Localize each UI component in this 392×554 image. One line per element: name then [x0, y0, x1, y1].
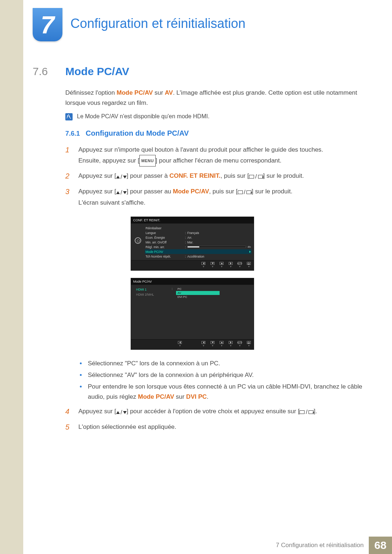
- step-1: 1 Appuyez sur n'importe quel bouton à l'…: [65, 145, 363, 167]
- up-down-key-icon: /: [116, 407, 127, 418]
- osd-menu-row: Réinitialiser: [145, 226, 252, 230]
- menu-key-icon: MENU: [139, 155, 155, 167]
- nav-auto-label: AUTO: [238, 262, 242, 265]
- note-icon: [65, 113, 73, 120]
- enter-key-icon: /: [299, 407, 314, 417]
- osd-nav-bar: ▾ ▾ ▾ ▾ AUTO▾ ▾: [131, 260, 254, 270]
- nav-right-icon: [229, 262, 233, 265]
- osd-conf-reinit: CONF. ET REINIT. RéinitialiserLangue:Fra…: [131, 217, 254, 271]
- steps-list: 1 Appuyez sur n'importe quel bouton à l'…: [65, 145, 363, 208]
- nav-left-icon: [178, 341, 182, 344]
- osd-menu-row: Mode PC/AV: [145, 249, 252, 254]
- osd-menu-row: Régl. min. arr.:4h: [145, 245, 252, 249]
- bullet-item: Sélectionnez "PC" lors de la connexion à…: [80, 358, 363, 369]
- intro-paragraph: Définissez l'option Mode PC/AV sur AV. L…: [65, 88, 363, 108]
- osd-menu-row: Langue:Français: [145, 230, 252, 235]
- chapter-title: Configuration et réinitialisation: [70, 16, 245, 31]
- step-2: 2 Appuyez sur [/] pour passer à CONF. ET…: [65, 171, 363, 182]
- osd-illustrations: CONF. ET REINIT. RéinitialiserLangue:Fra…: [131, 217, 363, 350]
- up-down-key-icon: /: [116, 188, 127, 198]
- section-heading: 7.6 Mode PC/AV: [33, 65, 363, 78]
- osd-source-item: HDMI 2/MHL: [135, 292, 170, 297]
- nav-down-icon: [211, 262, 215, 265]
- osd-menu-row: Econ. Énergie:Arr.: [145, 235, 252, 240]
- nav-up-icon: [220, 341, 224, 344]
- section-title: Mode PC/AV: [65, 65, 129, 78]
- section-number: 7.6: [33, 65, 56, 78]
- osd-source-item: HDMI 1: [135, 287, 170, 292]
- left-sidebar: [0, 0, 23, 554]
- subsection-title: Configuration du Mode PC/AV: [86, 129, 189, 138]
- chapter-number-tab: 7: [33, 8, 62, 41]
- bullet-list: Sélectionnez "PC" lors de la connexion à…: [80, 358, 363, 402]
- nav-left-icon: [201, 341, 205, 344]
- osd-menu-row: Min. arr. On/Off:Mar.: [145, 240, 252, 245]
- nav-down-icon: [211, 341, 215, 344]
- step-3: 3 Appuyez sur [/] pour passer au Mode PC…: [65, 186, 363, 208]
- bullet-item: Pour entendre le son lorsque vous êtes c…: [80, 382, 363, 402]
- note-row: Le Mode PC/AV n'est disponible qu'en mod…: [65, 113, 363, 120]
- note-text: Le Mode PC/AV n'est disponible qu'en mod…: [77, 113, 209, 120]
- power-icon: [247, 262, 251, 265]
- osd-option-item: PC: [176, 287, 220, 291]
- nav-up-icon: [220, 262, 224, 265]
- nav-auto-label: AUTO: [238, 341, 242, 344]
- subsection-number: 7.6.1: [65, 130, 80, 138]
- footer-page-number: 68: [369, 537, 392, 554]
- power-icon: [247, 341, 251, 344]
- osd-nav-bar: ▾ ▾ ▾ ▾ ▾ AUTO▾ ▾: [131, 339, 254, 349]
- page-content: 7.6 Mode PC/AV Définissez l'option Mode …: [33, 65, 363, 436]
- footer-text: 7 Configuration et réinitialisation: [276, 542, 364, 549]
- osd-mode-pcav: Mode PC/AV HDMI 1HDMI 2/MHL : PCAVDVI PC…: [131, 278, 254, 350]
- osd-title: Mode PC/AV: [131, 278, 254, 285]
- page-footer: 7 Configuration et réinitialisation 68: [0, 537, 392, 554]
- bullet-item: Sélectionnez "AV" lors de la connexion à…: [80, 370, 363, 380]
- nav-right-icon: [229, 341, 233, 344]
- gear-icon: [135, 237, 141, 244]
- nav-left-icon: [201, 262, 205, 265]
- subsection-heading: 7.6.1 Configuration du Mode PC/AV: [65, 129, 363, 138]
- osd-option-item: DVI PC: [176, 295, 220, 299]
- steps-list-cont: 4 Appuyez sur [/] pour accéder à l'optio…: [65, 406, 363, 432]
- step-5: 5 L'option sélectionnée est appliquée.: [65, 422, 363, 432]
- up-down-key-icon: /: [116, 172, 127, 182]
- step-4: 4 Appuyez sur [/] pour accéder à l'optio…: [65, 406, 363, 418]
- osd-title: CONF. ET REINIT.: [131, 217, 254, 223]
- osd-menu-row: Tch Nombre répét.:Accélération: [145, 254, 252, 259]
- osd-option-item: AV: [176, 291, 220, 295]
- enter-key-icon: /: [249, 172, 263, 182]
- enter-key-icon: /: [238, 187, 252, 197]
